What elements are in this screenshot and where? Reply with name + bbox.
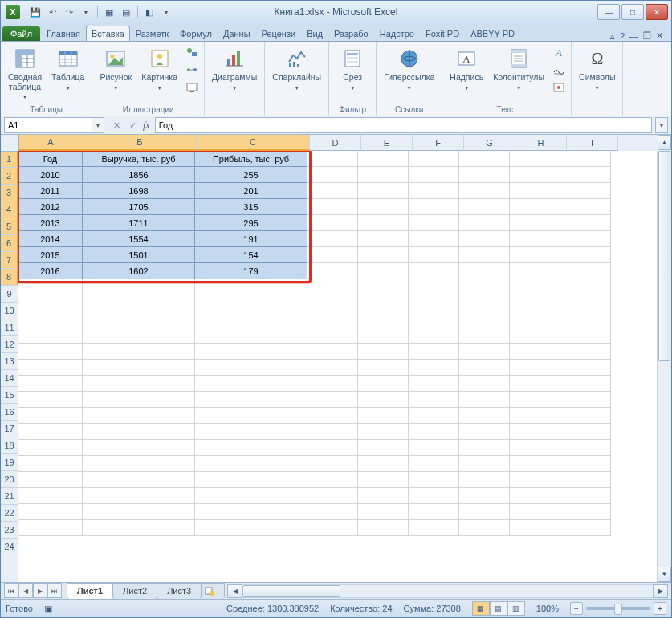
cell[interactable] (510, 472, 560, 488)
row-header[interactable]: 11 (1, 319, 18, 336)
cell[interactable] (358, 199, 409, 215)
cell[interactable] (409, 424, 459, 440)
cell[interactable]: 179 (195, 263, 307, 279)
cell[interactable] (358, 231, 409, 247)
cell[interactable] (18, 408, 83, 424)
sheet-first-icon[interactable]: ⏮ (4, 583, 18, 598)
cell[interactable]: 2014 (18, 231, 83, 247)
cell[interactable] (358, 376, 409, 392)
scroll-left-icon[interactable]: ◀ (227, 584, 242, 598)
doc-minimize-icon[interactable]: — (629, 31, 638, 41)
cell[interactable] (459, 488, 510, 504)
zoom-handle[interactable] (614, 604, 622, 615)
row-header[interactable]: 2 (1, 168, 18, 185)
zoom-in-button[interactable]: + (654, 602, 666, 615)
cell[interactable] (510, 215, 560, 231)
cell[interactable] (560, 295, 611, 311)
cell[interactable] (409, 295, 459, 311)
cell[interactable] (409, 504, 459, 520)
cell[interactable] (83, 327, 195, 344)
cell[interactable] (358, 504, 409, 520)
cell[interactable] (83, 295, 195, 311)
cell[interactable] (83, 504, 195, 520)
cell[interactable] (409, 376, 459, 392)
cell[interactable] (459, 183, 510, 199)
row-header[interactable]: 9 (1, 286, 18, 303)
row-header[interactable]: 14 (1, 370, 18, 387)
cell[interactable] (18, 520, 83, 536)
cell[interactable] (459, 263, 510, 279)
qat-extra2-icon[interactable]: ▤ (119, 5, 133, 19)
cell[interactable] (409, 215, 459, 231)
cell[interactable] (560, 279, 611, 295)
cell[interactable] (560, 247, 611, 263)
name-box[interactable]: A1 (4, 117, 92, 133)
cell[interactable] (307, 408, 358, 424)
cell[interactable] (510, 199, 560, 215)
ribbon-tab[interactable]: Формул (174, 26, 218, 41)
cell[interactable] (560, 504, 611, 520)
cell[interactable] (358, 263, 409, 279)
row-header[interactable]: 24 (1, 539, 18, 555)
cell[interactable] (18, 456, 83, 472)
ribbon-tab[interactable]: Разрабо (328, 26, 374, 41)
cell[interactable] (18, 424, 83, 440)
cell[interactable] (83, 392, 195, 408)
cell[interactable] (18, 504, 83, 520)
row-header[interactable]: 6 (1, 235, 18, 252)
cell[interactable]: 1705 (83, 199, 195, 215)
cell[interactable] (560, 424, 611, 440)
minimize-ribbon-icon[interactable]: ▵ (610, 30, 615, 41)
cell[interactable]: 1711 (83, 215, 195, 231)
cell[interactable] (18, 360, 83, 376)
cell[interactable] (195, 488, 307, 504)
sheet-tab[interactable]: Лист3 (157, 583, 202, 599)
column-header[interactable]: E (361, 135, 413, 151)
cell[interactable] (307, 199, 358, 215)
cell[interactable] (83, 440, 195, 456)
cell[interactable] (459, 392, 510, 408)
vertical-scrollbar[interactable]: ▲ ▼ (657, 135, 671, 582)
cell[interactable] (307, 504, 358, 520)
row-header[interactable]: 16 (1, 404, 18, 421)
cell[interactable]: 191 (195, 231, 307, 247)
screenshot-button[interactable] (184, 79, 200, 96)
column-header[interactable]: G (464, 135, 515, 151)
column-header[interactable]: F (413, 135, 464, 151)
cell[interactable] (560, 344, 611, 360)
cell[interactable] (459, 504, 510, 520)
sheet-next-icon[interactable]: ▶ (33, 583, 47, 598)
cell[interactable] (459, 199, 510, 215)
cell[interactable] (83, 344, 195, 360)
cell[interactable]: 1602 (83, 263, 195, 279)
scroll-down-icon[interactable]: ▼ (658, 567, 671, 582)
cell[interactable] (560, 440, 611, 456)
cell[interactable] (83, 408, 195, 424)
ribbon-tab[interactable]: Вставка (86, 26, 130, 41)
cell[interactable] (560, 376, 611, 392)
column-header[interactable]: D (310, 135, 361, 151)
minimize-button[interactable]: — (597, 4, 620, 20)
cell[interactable] (83, 488, 195, 504)
cell[interactable] (510, 344, 560, 360)
cell[interactable]: 2012 (18, 199, 83, 215)
qat-customize-icon[interactable]: ▼ (159, 5, 173, 19)
zoom-slider[interactable] (586, 607, 650, 610)
cell[interactable] (560, 215, 611, 231)
cell[interactable] (510, 327, 560, 344)
cell[interactable] (307, 311, 358, 327)
file-tab[interactable]: Файл (2, 26, 40, 41)
name-box-dropdown[interactable]: ▼ (92, 117, 104, 133)
hyperlink-button[interactable]: Гиперссылка▼ (381, 44, 438, 93)
cell[interactable] (307, 263, 358, 279)
cell[interactable] (459, 376, 510, 392)
cell[interactable] (18, 279, 83, 295)
cell[interactable] (510, 295, 560, 311)
cell[interactable] (83, 311, 195, 327)
cell[interactable] (195, 344, 307, 360)
cell[interactable] (459, 215, 510, 231)
cell[interactable]: Год (18, 151, 83, 167)
cell[interactable] (358, 424, 409, 440)
symbols-button[interactable]: ΩСимволы▼ (576, 44, 618, 93)
column-header[interactable]: I (567, 135, 618, 151)
